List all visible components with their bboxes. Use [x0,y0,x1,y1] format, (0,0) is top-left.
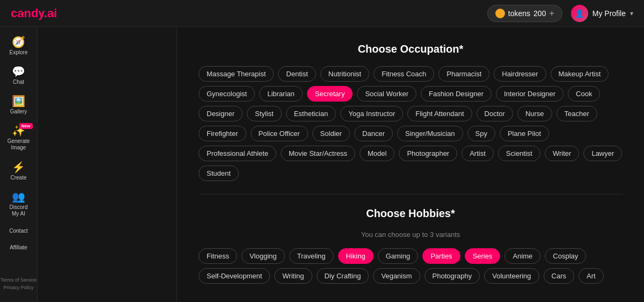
avatar: 👤 [571,5,588,22]
hobbies-chip[interactable]: Cars [544,268,574,284]
hobbies-subtitle: You can choose up to 3 variants [199,231,623,239]
occupation-chip[interactable]: Pharmacist [438,66,489,82]
privacy-link[interactable]: Privacy Policy [3,284,33,291]
hobbies-chip[interactable]: Gaming [378,248,419,264]
occupation-chip[interactable]: Makeup Artist [551,66,609,82]
sidebar-item-affiliate[interactable]: Affiliate [3,240,35,255]
hobbies-chip[interactable]: Self-Development [199,268,270,284]
occupation-chip[interactable]: Scientist [498,146,540,161]
sidebar-label-chat: Chat [13,79,24,85]
occupation-chips: Massage TherapistDentistNutritionistFitn… [199,66,623,181]
tokens-label: tokens [508,9,530,18]
occupation-chip[interactable]: Singer/Musician [397,126,463,141]
occupation-chip[interactable]: Writer [545,146,579,161]
hobbies-chip[interactable]: Traveling [289,248,334,264]
sidebar-item-contact[interactable]: Contact [3,224,35,238]
sidebar-item-chat[interactable]: 💬 Chat [3,62,35,89]
sidebar-item-discord[interactable]: 👥 DiscordMy AI [3,187,35,221]
occupation-chip[interactable]: Doctor [477,106,513,121]
occupation-chip[interactable]: Designer [199,106,243,121]
hobbies-chip[interactable]: Photography [425,268,480,284]
hobbies-chip[interactable]: Fitness [199,248,237,264]
hobbies-chip[interactable]: Anime [504,248,540,264]
hobbies-section: Choose Hobbies* You can choose up to 3 v… [199,207,623,284]
occupation-chip[interactable]: Dancer [354,126,393,141]
discord-icon: 👥 [12,191,25,202]
hobbies-chip[interactable]: Diy Crafting [317,268,369,284]
occupation-chip[interactable]: Artist [462,146,494,161]
occupation-section: Choose Occupation* Massage TherapistDent… [199,43,623,181]
occupation-chip[interactable]: Gynecologist [199,86,255,102]
create-icon: ⚡ [12,162,25,172]
hobbies-chip[interactable]: Hiking [338,248,374,264]
hobbies-chip[interactable]: Art [579,268,604,284]
occupation-chip[interactable]: Nurse [517,106,552,121]
occupation-chip[interactable]: Nutritionist [320,66,369,82]
occupation-chip[interactable]: Student [199,166,239,181]
top-navigation: candy.ai tokens 200 + 👤 My Profile ▾ [0,0,644,27]
occupation-chip[interactable]: Spy [467,126,495,141]
occupation-chip[interactable]: Librarian [259,86,303,102]
nav-right: tokens 200 + 👤 My Profile ▾ [487,5,633,22]
occupation-chip[interactable]: Social Worker [357,86,416,102]
sidebar-label-affiliate: Affiliate [10,245,27,250]
occupation-chip[interactable]: Firefighter [199,126,246,141]
token-coin-icon [495,9,505,18]
occupation-chip[interactable]: Stylist [247,106,282,121]
occupation-chip[interactable]: Esthetician [286,106,336,121]
tokens-button[interactable]: tokens 200 + [487,5,562,22]
sidebar-label-discord: DiscordMy AI [10,204,28,217]
logo[interactable]: candy.ai [11,6,57,20]
occupation-chip[interactable]: Plane Pilot [500,126,549,141]
logo-ai: ai [47,6,57,20]
occupation-chip[interactable]: Model [360,146,394,161]
sidebar-item-generate[interactable]: New ✨ GenerateImage [3,121,35,155]
hobbies-chips: FitnessVloggingTravelingHikingGamingPart… [199,248,623,284]
terms-link[interactable]: Terms of Service [1,276,36,284]
occupation-chip[interactable]: Movie Star/Actress [281,146,355,161]
sidebar-label-create: Create [10,175,26,181]
compass-icon: 🧭 [12,37,25,47]
occupation-chip[interactable]: Interior Designer [496,86,564,102]
occupation-chip[interactable]: Hairdresser [494,66,546,82]
occupation-chip[interactable]: Soldier [312,126,350,141]
sidebar-item-create[interactable]: ⚡ Create [3,157,35,185]
sidebar-item-explore[interactable]: 🧭 Explore [3,32,35,60]
new-badge: New [19,123,32,129]
profile-label: My Profile [592,9,626,18]
occupation-chip[interactable]: Fitness Coach [374,66,434,82]
occupation-chip[interactable]: Massage Therapist [199,66,274,82]
sidebar-label-gallery: Gallery [10,109,27,114]
occupation-chip[interactable]: Teacher [557,106,597,121]
hobbies-chip[interactable]: Volunteering [484,268,539,284]
hobbies-chip[interactable]: Parties [422,248,460,264]
profile-button[interactable]: 👤 My Profile ▾ [571,5,633,22]
occupation-chip[interactable]: Police Officer [251,126,308,141]
occupation-chip[interactable]: Secretary [307,86,353,102]
tokens-count: 200 [533,9,546,18]
occupation-chip[interactable]: Yoga Instructor [340,106,403,121]
hobbies-chip[interactable]: Writing [274,268,312,284]
occupation-chip[interactable]: Professional Athlete [199,146,276,161]
hobbies-chip[interactable]: Cosplay [545,248,586,264]
section-divider [199,194,623,195]
sidebar-label-generate: GenerateImage [8,138,30,151]
hobbies-chip[interactable]: Veganism [373,268,420,284]
occupation-chip[interactable]: Lawyer [583,146,622,161]
hobbies-chip[interactable]: Series [465,248,501,264]
sidebar: 🧭 Explore 💬 Chat 🖼️ Gallery New ✨ Genera… [0,27,38,302]
chat-icon: 💬 [12,66,25,77]
occupation-chip[interactable]: Dentist [278,66,316,82]
logo-text: candy [11,6,44,20]
sidebar-item-gallery[interactable]: 🖼️ Gallery [3,91,35,119]
spacer-panel [38,27,177,302]
hobbies-chip[interactable]: Vlogging [241,248,285,264]
occupation-title: Choose Occupation* [199,43,623,55]
occupation-chip[interactable]: Cook [568,86,600,102]
sidebar-bottom: Terms of Service Privacy Policy [0,276,37,297]
hobbies-title: Choose Hobbies* [199,207,623,220]
occupation-chip[interactable]: Flight Attendant [407,106,472,121]
occupation-chip[interactable]: Fashion Designer [421,86,492,102]
tokens-plus-icon[interactable]: + [549,9,554,18]
occupation-chip[interactable]: Photographer [399,146,457,161]
